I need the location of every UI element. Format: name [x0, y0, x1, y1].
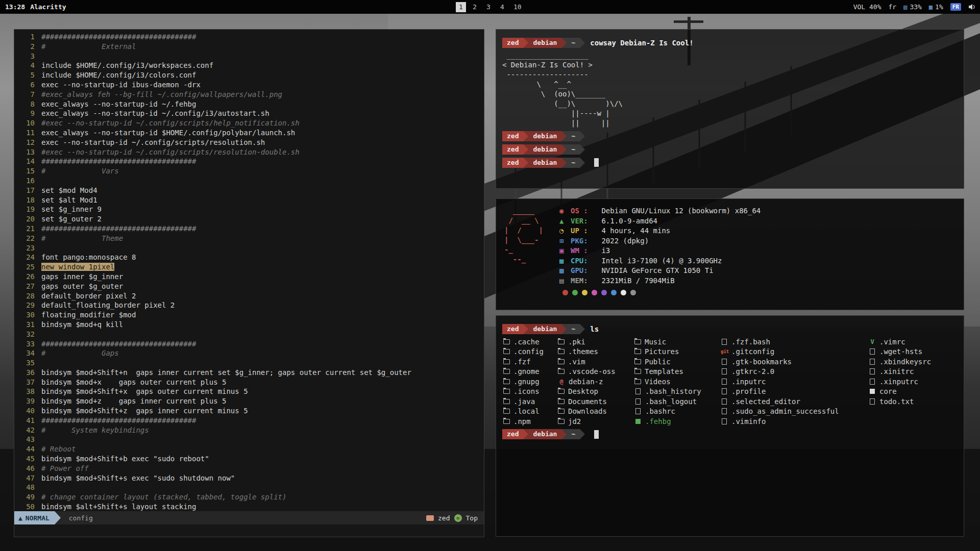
folder-icon — [558, 369, 565, 374]
file-name: Videos — [645, 378, 671, 386]
editor-line: 8exec_always --no-startup-id ~/.fehbg — [16, 99, 484, 109]
speaker-icon[interactable] — [968, 4, 976, 10]
line-number: 9 — [16, 109, 35, 118]
fetch-output: _____ / __ \ | / | | \___- -_ --_ ◉OS : … — [496, 199, 964, 286]
binary-file-icon — [870, 389, 875, 394]
file-name: .gnome — [513, 367, 540, 375]
line-number: 49 — [16, 492, 35, 502]
executable-icon — [635, 419, 641, 424]
bar-left-section: 13:28 Alacritty — [0, 3, 66, 11]
editor-line: 22# Theme — [16, 234, 484, 243]
line-text: default_floating_border pixel 2 — [41, 300, 175, 310]
line-number: 1 — [16, 32, 35, 42]
prompt-path: ~ — [567, 131, 580, 141]
memory-icon: ▤ — [903, 4, 907, 11]
folder-icon — [634, 379, 641, 384]
file-entry: .gtkrc-2.0 — [721, 367, 869, 377]
keyboard-layout-indicator[interactable]: fr — [888, 3, 896, 11]
line-number: 43 — [16, 435, 35, 444]
file-listing-column: .cache.config.fzf.gnome.gnupg.icons.java… — [503, 337, 558, 427]
shell-prompt: zeddebian~ — [502, 144, 958, 155]
editor-line: 27gaps outer $g_outer — [16, 282, 484, 291]
file-listing-column: MusicPicturesPublicTemplatesVideos.bash_… — [634, 337, 721, 427]
shell-prompt: zeddebian~cowsay Debian-Z Is Cool! — [502, 37, 958, 48]
wm-icon: ▣ — [559, 246, 571, 256]
info-label: OS : — [571, 206, 597, 216]
workspace-button-1[interactable]: 1 — [456, 2, 466, 12]
line-number: 30 — [16, 310, 35, 320]
prompt-host: debian — [528, 158, 561, 168]
info-label: WM : — [571, 246, 597, 256]
folder-icon — [503, 389, 510, 394]
prompt-host: debian — [528, 131, 561, 141]
powerline-separator-icon — [561, 38, 567, 48]
git-icon: git — [721, 348, 728, 355]
workspace-button-3[interactable]: 3 — [483, 2, 494, 12]
workspace-button-2[interactable]: 2 — [470, 2, 480, 12]
editor-line: 30floating_modifier $mod — [16, 310, 484, 320]
file-entry: .fehbg — [634, 416, 721, 427]
file-name: .config — [513, 347, 544, 356]
file-entry: .viminfo — [721, 416, 869, 427]
line-text: exec --no-startup-id ibus-daemon -drx — [41, 80, 201, 90]
prompt-user: zed — [502, 131, 523, 141]
volume-indicator[interactable]: VOL 40% — [853, 3, 881, 11]
prompt-host: debian — [528, 144, 561, 155]
powerline-separator-icon — [523, 158, 528, 168]
file-entry: .themes — [558, 347, 634, 357]
info-value: NVIDIA GeForce GTX 1050 Ti — [597, 266, 714, 276]
info-label: CPU: — [571, 256, 597, 266]
file-name: .vim — [568, 358, 585, 366]
info-label: VER: — [571, 216, 597, 227]
line-text: gaps outer $g_outer — [41, 282, 123, 291]
file-entry: .gnupg — [503, 377, 558, 387]
filename-label: config — [69, 514, 93, 522]
file-icon — [870, 398, 875, 405]
editor-line: 10#exec --no-startup-id ~/.config/script… — [16, 118, 484, 128]
editor-line: 20set $g_outer 2 — [16, 214, 484, 224]
line-number: 33 — [16, 339, 35, 349]
package-icon: ⊞ — [559, 236, 571, 246]
terminal-window-ls[interactable]: zeddebian~ls.cache.config.fzf.gnome.gnup… — [496, 315, 964, 537]
memory-indicator: 33% — [910, 3, 921, 11]
file-entry: core — [869, 387, 958, 397]
editor-line: 33#################################### — [16, 339, 484, 349]
line-text: set $g_inner 9 — [41, 205, 102, 214]
line-text: #################################### — [41, 157, 196, 166]
file-name: .fehbg — [645, 417, 671, 425]
powerline-separator-icon — [580, 429, 585, 439]
prompt-host: debian — [528, 429, 561, 439]
file-name: Public — [645, 358, 671, 366]
flag-badge[interactable]: FR — [950, 3, 961, 11]
editor-line: 7#exec_always feh --bg-fill ~/.config/wa… — [16, 90, 484, 99]
file-name: Downloads — [568, 407, 607, 415]
line-number: 20 — [16, 214, 35, 224]
terminal-window-fetch[interactable]: _____ / __ \ | / | | \___- -_ --_ ◉OS : … — [496, 198, 964, 310]
folder-icon — [634, 339, 641, 344]
editor-line: 46# Power off — [16, 464, 484, 473]
line-number: 50 — [16, 502, 35, 511]
editor-line: 24font pango:monospace 8 — [16, 253, 484, 262]
terminal-window-cowsay[interactable]: zeddebian~cowsay Debian-Z Is Cool! _____… — [496, 29, 964, 189]
file-name: todo.txt — [879, 397, 914, 406]
palette-dot — [630, 290, 636, 295]
editor-line: 32 — [16, 330, 484, 339]
line-number: 29 — [16, 300, 35, 310]
editor-line: 13#exec --no-startup-id ~/.config/script… — [16, 147, 484, 157]
folder-icon — [558, 419, 565, 424]
workspace-button-4[interactable]: 4 — [497, 2, 507, 12]
file-name: .gtk-bookmarks — [731, 358, 792, 366]
line-text: # Reboot — [41, 444, 76, 454]
file-entry: .selected_editor — [721, 396, 869, 407]
powerline-separator-icon — [561, 144, 567, 155]
info-label: GPU: — [571, 266, 597, 276]
editor-window[interactable]: 1####################################2# … — [14, 29, 484, 537]
line-number: 5 — [16, 70, 35, 80]
focused-window-title: Alacritty — [30, 3, 66, 11]
editor-line: 50bindsym $alt+Shift+s layout stacking — [16, 502, 484, 511]
powerline-separator-icon — [580, 131, 585, 141]
editor-commandline[interactable] — [14, 524, 484, 537]
line-text: set $mod Mod4 — [41, 186, 97, 195]
editor-buffer[interactable]: 1####################################2# … — [14, 32, 484, 511]
workspace-button-10[interactable]: 10 — [511, 2, 524, 12]
